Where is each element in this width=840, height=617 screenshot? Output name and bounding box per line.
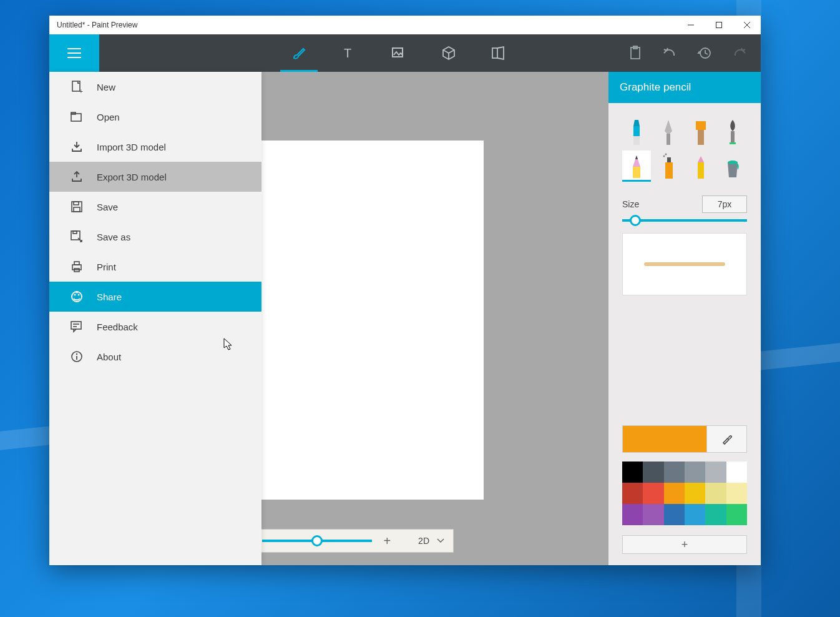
size-slider[interactable] [622,219,747,222]
stroke-preview [622,233,747,295]
palette-swatch[interactable] [685,504,705,525]
brush-marker[interactable] [622,116,651,147]
brush-crayon[interactable] [686,151,715,182]
about-icon [71,351,83,362]
feedback-icon [71,321,83,332]
palette-swatch[interactable] [726,483,747,504]
redo-icon [731,47,746,59]
redo-button[interactable] [721,34,756,72]
svg-marker-14 [633,120,640,126]
menu-item-label: About [97,352,121,362]
zoom-slider[interactable] [262,540,373,542]
svg-text:T: T [344,46,351,60]
svg-text:+: + [79,88,83,95]
menu-item-new[interactable]: +New [49,72,261,102]
brush-calligraphy[interactable] [719,116,748,147]
palette-swatch[interactable] [664,483,685,504]
new-icon: + [71,81,83,93]
menu-item-share[interactable]: Share [49,282,261,312]
tab-stickers[interactable] [374,34,424,72]
chevron-down-icon [437,538,444,543]
menu-item-save[interactable]: Save [49,192,261,222]
palette-swatch[interactable] [643,462,663,483]
svg-point-49 [78,294,80,296]
menu-item-import-3d[interactable]: Import 3D model [49,132,261,162]
svg-point-31 [665,154,667,155]
palette-swatch[interactable] [622,462,643,483]
current-color-swatch[interactable] [623,426,706,452]
properties-panel: Graphite pencil Size 7px [608,72,761,565]
menu-item-label: Export 3D model [97,172,167,182]
brush-square[interactable] [686,116,715,147]
view-mode-dropdown[interactable] [437,538,444,543]
tab-brush[interactable] [274,34,324,72]
tool-tabs: T [261,34,536,72]
maximize-button[interactable] [705,16,733,34]
add-color-button[interactable]: + [622,535,747,554]
svg-rect-9 [492,48,497,58]
zoom-in-button[interactable]: + [383,534,391,548]
canvas-icon [491,46,506,60]
svg-rect-17 [667,134,670,145]
svg-rect-28 [665,162,673,179]
save-as-icon [71,230,83,243]
menu-item-about[interactable]: About [49,342,261,372]
menu-item-label: Save [97,202,118,212]
palette-swatch[interactable] [622,504,643,525]
undo-button[interactable] [653,34,687,72]
palette-swatch[interactable] [664,504,685,525]
menu-toggle-button[interactable] [49,34,99,72]
paste-icon [630,46,642,60]
palette-swatch[interactable] [643,504,663,525]
svg-point-30 [663,155,665,157]
palette-swatch[interactable] [726,462,747,483]
palette-swatch[interactable] [685,462,705,483]
menu-item-open[interactable]: Open [49,102,261,132]
palette-swatch[interactable] [664,462,685,483]
svg-marker-23 [635,155,638,159]
print-icon [71,261,83,272]
save-icon [71,201,83,212]
svg-marker-32 [698,156,704,162]
title-bar: Untitled* - Paint Preview [49,16,761,34]
close-button[interactable] [733,16,761,34]
brush-pen-nib[interactable] [655,116,683,147]
menu-item-label: Feedback [97,322,138,332]
menu-item-export-3d[interactable]: Export 3D model [49,162,261,192]
palette-swatch[interactable] [705,462,726,483]
tab-3d[interactable] [424,34,474,72]
palette-swatch[interactable] [622,483,643,504]
paste-button[interactable] [618,34,653,72]
size-value-input[interactable]: 7px [702,195,747,213]
brush-pencil[interactable] [622,151,651,182]
window-title: Untitled* - Paint Preview [49,21,676,29]
palette-swatch[interactable] [705,504,726,525]
menu-item-print[interactable]: Print [49,252,261,282]
menu-item-save-as[interactable]: Save as [49,222,261,252]
brush-spray[interactable] [655,151,683,182]
tool-name-header: Graphite pencil [608,72,761,103]
svg-rect-20 [731,131,735,144]
svg-marker-16 [665,120,672,135]
palette-swatch[interactable] [685,483,705,504]
tab-text[interactable]: T [324,34,374,72]
top-toolbar: T [49,34,761,72]
hamburger-icon [67,48,81,58]
tab-canvas[interactable] [474,34,524,72]
eyedropper-button[interactable] [706,426,746,452]
palette-swatch[interactable] [726,504,747,525]
history-button[interactable] [687,34,721,72]
svg-rect-1 [716,22,721,28]
svg-rect-45 [74,262,79,265]
menu-item-label: New [97,82,115,92]
brush-fill-bucket[interactable] [719,151,748,182]
palette-swatch[interactable] [705,483,726,504]
color-palette [622,462,747,525]
app-menu: +NewOpenImport 3D modelExport 3D modelSa… [49,72,261,565]
menu-item-feedback[interactable]: Feedback [49,312,261,342]
palette-swatch[interactable] [643,483,663,504]
minimize-button[interactable] [676,16,705,34]
brush-icon [291,45,307,61]
svg-rect-33 [698,162,704,179]
open-icon [71,112,83,122]
